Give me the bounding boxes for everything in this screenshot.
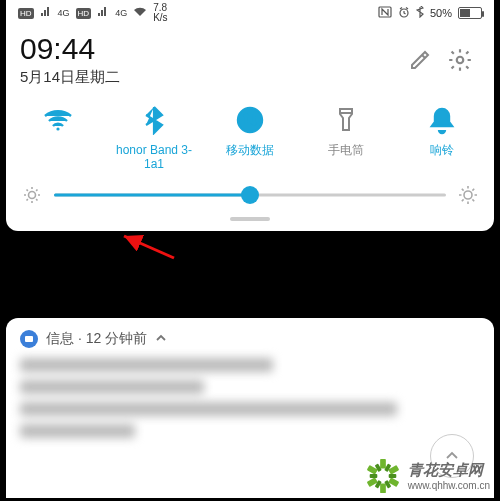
bell-icon bbox=[425, 103, 459, 137]
collapse-icon[interactable] bbox=[155, 331, 167, 347]
status-bar: HD 4G HD 4G 7.8 K/s bbox=[6, 0, 494, 26]
notification-app-name: 信息 bbox=[46, 330, 74, 346]
watermark-logo-icon bbox=[364, 457, 402, 495]
toggle-ring[interactable]: 响铃 bbox=[394, 103, 490, 171]
signal-icon-1 bbox=[40, 7, 52, 19]
signal-4g-label-2: 4G bbox=[115, 8, 127, 18]
messages-app-icon bbox=[20, 330, 38, 348]
notification-body-blurred bbox=[20, 358, 480, 438]
svg-point-2 bbox=[457, 56, 464, 63]
wifi-status-icon bbox=[133, 7, 147, 19]
settings-button[interactable] bbox=[440, 40, 480, 80]
svg-line-7 bbox=[124, 236, 174, 258]
brightness-row bbox=[6, 173, 494, 213]
battery-icon bbox=[458, 7, 482, 19]
annotation-arrow bbox=[118, 232, 178, 266]
bluetooth-status-icon bbox=[416, 6, 424, 20]
svg-rect-8 bbox=[380, 459, 386, 469]
bluetooth-icon bbox=[137, 103, 171, 137]
hd-badge-2: HD bbox=[76, 8, 92, 19]
toggle-bluetooth[interactable]: honor Band 3-1a1 bbox=[106, 103, 202, 171]
watermark-url: www.qhhw.com.cn bbox=[408, 480, 490, 491]
svg-point-5 bbox=[29, 192, 36, 199]
quick-toggles-row: W honor Band 3-1a1 移动数据 手电筒 响铃 bbox=[6, 95, 494, 173]
toggle-ring-label: 响铃 bbox=[430, 143, 454, 171]
watermark-text: 青花安卓网 bbox=[408, 461, 490, 480]
signal-icon-2 bbox=[97, 7, 109, 19]
brightness-high-icon bbox=[458, 185, 478, 205]
clock-time: 09:44 bbox=[20, 32, 400, 66]
toggle-flashlight-label: 手电筒 bbox=[328, 143, 364, 171]
toggle-mobile-data-label: 移动数据 bbox=[226, 143, 274, 171]
brightness-low-icon bbox=[22, 185, 42, 205]
notification-time: 12 分钟前 bbox=[86, 330, 147, 346]
svg-point-4 bbox=[238, 108, 262, 132]
quick-settings-panel: HD 4G HD 4G 7.8 K/s bbox=[6, 0, 494, 231]
battery-text: 50% bbox=[430, 7, 452, 19]
svg-rect-15 bbox=[388, 474, 396, 478]
panel-drag-handle[interactable] bbox=[230, 217, 270, 221]
brightness-slider[interactable] bbox=[54, 185, 446, 205]
nfc-icon bbox=[378, 6, 392, 20]
svg-point-6 bbox=[464, 191, 472, 199]
panel-header: 09:44 5月14日星期二 bbox=[6, 26, 494, 95]
flashlight-icon bbox=[329, 103, 363, 137]
toggle-wifi[interactable]: W bbox=[10, 103, 106, 171]
wifi-icon bbox=[41, 103, 75, 137]
svg-point-20 bbox=[380, 473, 386, 479]
signal-4g-label-1: 4G bbox=[58, 8, 70, 18]
hd-badge-1: HD bbox=[18, 8, 34, 19]
notification-header: 信息 · 12 分钟前 bbox=[20, 330, 480, 348]
svg-point-3 bbox=[56, 127, 59, 130]
watermark: 青花安卓网 www.qhhw.com.cn bbox=[364, 457, 490, 495]
edit-toggles-button[interactable] bbox=[400, 40, 440, 80]
svg-rect-11 bbox=[380, 484, 386, 494]
clock-date: 5月14日星期二 bbox=[20, 68, 400, 87]
net-speed: 7.8 K/s bbox=[153, 3, 167, 23]
toggle-bluetooth-label: honor Band 3-1a1 bbox=[106, 143, 202, 171]
toggle-mobile-data[interactable]: 移动数据 bbox=[202, 103, 298, 171]
svg-rect-18 bbox=[369, 474, 377, 478]
toggle-wifi-label: W bbox=[52, 143, 63, 171]
toggle-flashlight[interactable]: 手电筒 bbox=[298, 103, 394, 171]
alarm-icon bbox=[398, 6, 410, 20]
mobile-data-icon bbox=[233, 103, 267, 137]
